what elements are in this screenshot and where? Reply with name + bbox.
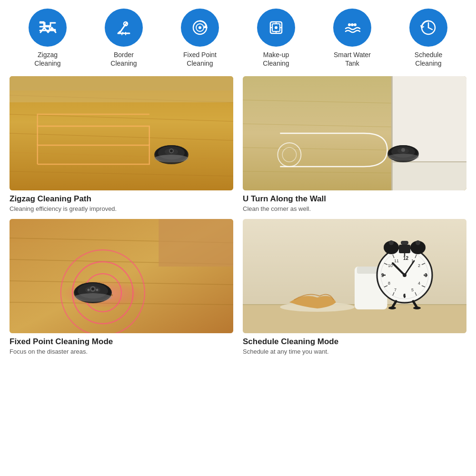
svg-text:8: 8 [388,281,390,286]
schedule-icon-circle [409,9,447,47]
svg-point-122 [413,307,421,309]
schedule-scene: 12 3 6 9 1 2 4 5 7 8 10 11 [243,219,466,333]
svg-text:7: 7 [394,288,397,292]
svg-line-21 [428,28,432,30]
svg-point-74 [91,288,94,290]
icon-item-zigzag: Zigzag Cleaning [14,9,81,68]
svg-point-117 [389,240,394,245]
svg-text:6: 6 [403,293,406,298]
svg-point-75 [88,289,90,291]
icon-item-watertank: Smart Water Tank [319,9,386,68]
svg-point-118 [416,240,420,245]
svg-point-18 [354,23,357,26]
icon-item-schedule: Schedule Cleaning [395,9,462,68]
svg-point-16 [348,23,351,26]
grid-cell-zigzag: Zigzag Cleaning Path Cleaning efficiency… [10,76,238,219]
fixedpoint-icon-circle [181,9,219,47]
svg-rect-116 [399,245,410,253]
svg-text:12: 12 [403,256,409,261]
makeup-icon-circle [257,9,295,47]
grid-cell-uturn: U Turn Along the Wall Clean the corner a… [238,76,466,219]
svg-point-8 [198,26,201,29]
svg-point-76 [96,289,99,291]
makeup-label: Make-up Cleaning [263,50,289,68]
svg-text:5: 5 [411,288,414,292]
svg-rect-123 [401,241,408,245]
icon-item-fixedpoint: Fixed Point Cleaning [167,9,233,68]
svg-point-17 [351,23,354,26]
schedule-cell-title: Schedule Cleaning Mode [243,337,466,347]
svg-text:3: 3 [425,273,427,278]
svg-point-121 [388,307,396,309]
icon-item-border: Border Cleaning [90,9,157,68]
watertank-icon-circle [333,9,371,47]
image-grid: Zigzag Cleaning Path Cleaning efficiency… [10,76,466,362]
schedule-icon [418,17,439,38]
zigzag-icon-circle [29,9,67,47]
zigzag-cell-title: Zigzag Cleaning Path [10,194,233,204]
svg-rect-59 [159,219,233,267]
zigzag-scene [10,76,233,190]
fixedpoint-cell-desc: Focus on the disaster areas. [10,348,233,355]
icons-row: Zigzag Cleaning Border Cleaning [10,9,466,68]
border-icon [113,17,134,38]
svg-text:11: 11 [394,258,399,263]
watertank-label: Smart Water Tank [334,50,371,68]
grid-cell-fixedpoint: Fixed Point Cleaning Mode Focus on the d… [10,219,238,362]
fixedpoint-icon [189,17,210,38]
grid-cell-schedule: 12 3 6 9 1 2 4 5 7 8 10 11 [238,219,466,362]
svg-text:10: 10 [388,263,393,268]
svg-text:4: 4 [418,281,420,286]
zigzag-label: Zigzag Cleaning [34,50,60,68]
border-label: Border Cleaning [110,50,137,68]
fixedpoint-cell-title: Fixed Point Cleaning Mode [10,337,233,347]
zigzag-cell-desc: Cleaning efficiency is greatly improved. [10,205,233,212]
svg-point-113 [403,273,407,277]
zigzag-icon [37,17,58,38]
svg-point-15 [275,26,278,29]
svg-point-36 [154,155,188,162]
svg-point-52 [401,148,405,152]
border-icon-circle [105,9,143,47]
makeup-icon [266,17,287,38]
uturn-cell-desc: Clean the corner as well. [243,205,466,212]
fixedpoint-scene [10,219,233,333]
svg-text:9: 9 [381,273,384,278]
fixedpoint-label: Fixed Point Cleaning [183,50,217,68]
schedule-cell-desc: Schedule at any time you want. [243,348,466,355]
svg-point-53 [387,154,419,160]
svg-rect-29 [10,76,233,90]
icon-item-makeup: Make-up Cleaning [243,9,309,68]
uturn-cell-title: U Turn Along the Wall [243,194,466,204]
svg-text:2: 2 [418,263,420,268]
svg-point-35 [170,149,173,152]
main-container: Zigzag Cleaning Border Cleaning [0,0,476,367]
svg-point-77 [74,293,112,302]
schedule-label: Schedule Cleaning [415,50,442,68]
watertank-icon [342,17,363,38]
uturn-scene [243,76,466,190]
